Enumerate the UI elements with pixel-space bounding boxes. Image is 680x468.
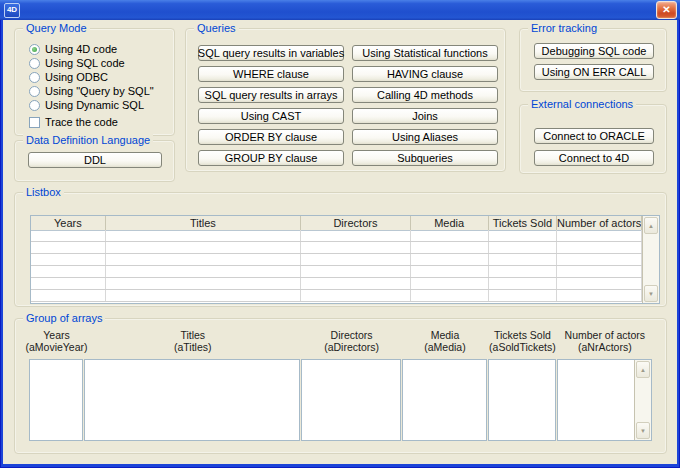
listbox-cell[interactable]	[411, 278, 489, 289]
scroll-down-icon[interactable]: ▼	[644, 285, 658, 302]
query-button[interactable]: SQL query results in variables	[198, 45, 344, 61]
listbox-row[interactable]	[31, 254, 642, 266]
query-button[interactable]: GROUP BY clause	[198, 150, 344, 166]
listbox-cell[interactable]	[489, 278, 558, 289]
close-button[interactable]: ✕	[656, 1, 677, 19]
query-button[interactable]: SQL query results in arrays	[198, 87, 344, 103]
radio-option-2[interactable]: Using SQL code	[29, 56, 174, 70]
query-button[interactable]: Calling 4D methods	[352, 87, 498, 103]
array-column-panel[interactable]	[402, 359, 487, 441]
listbox-cell[interactable]	[106, 242, 301, 253]
debugging-sql-code-button[interactable]: Debugging SQL code	[534, 43, 654, 59]
listbox-cell[interactable]	[301, 230, 411, 241]
listbox-table[interactable]: YearsTitlesDirectorsMediaTickets SoldNum…	[30, 215, 660, 304]
listbox-column-header[interactable]: Media	[411, 216, 489, 230]
radio-option-label: Using ODBC	[45, 71, 108, 83]
array-column-panel[interactable]: ▲▼	[557, 359, 652, 441]
listbox-column-header[interactable]: Years	[31, 216, 106, 230]
array-column-label: Media	[431, 329, 460, 341]
connect-to-oracle-button[interactable]: Connect to ORACLE	[534, 128, 654, 144]
radio-button-icon[interactable]	[29, 58, 40, 69]
listbox-cell[interactable]	[489, 266, 558, 277]
listbox-column-header[interactable]: Number of actors	[557, 216, 642, 230]
query-button[interactable]: Using Aliases	[352, 129, 498, 145]
radio-option-label: Using 4D code	[45, 43, 117, 55]
scroll-down-icon[interactable]: ▼	[636, 422, 650, 439]
listbox-cell[interactable]	[557, 230, 642, 241]
listbox-cell[interactable]	[31, 278, 106, 289]
using-on-err-call-button[interactable]: Using ON ERR CALL	[534, 64, 654, 80]
listbox-cell[interactable]	[411, 254, 489, 265]
listbox-cell[interactable]	[411, 230, 489, 241]
listbox-cell[interactable]	[557, 266, 642, 277]
listbox-column-header[interactable]: Tickets Sold	[489, 216, 558, 230]
array-column-label: Number of actors	[565, 329, 646, 341]
query-button[interactable]: Using Statistical functions	[352, 45, 498, 61]
query-button[interactable]: Joins	[352, 108, 498, 124]
radio-option-4[interactable]: Using "Query by SQL"	[29, 84, 174, 98]
listbox-cell[interactable]	[557, 242, 642, 253]
listbox-cell[interactable]	[489, 230, 558, 241]
query-button[interactable]: HAVING clause	[352, 66, 498, 82]
listbox-row[interactable]	[31, 290, 642, 302]
query-button[interactable]: Subqueries	[352, 150, 498, 166]
array-column-panel[interactable]	[488, 359, 556, 441]
checkbox-icon[interactable]	[29, 117, 40, 128]
listbox-cell[interactable]	[301, 278, 411, 289]
listbox-cell[interactable]	[411, 242, 489, 253]
listbox-cell[interactable]	[301, 290, 411, 301]
listbox-row[interactable]	[31, 242, 642, 254]
radio-option-3[interactable]: Using ODBC	[29, 70, 174, 84]
listbox-cell[interactable]	[31, 266, 106, 277]
array-variable-name: (aTitles)	[174, 341, 212, 353]
listbox-vertical-scrollbar[interactable]: ▲ ▼	[642, 216, 659, 303]
arrays-vertical-scrollbar[interactable]: ▲▼	[634, 360, 651, 440]
ddl-button[interactable]: DDL	[28, 152, 162, 168]
listbox-cell[interactable]	[301, 242, 411, 253]
listbox-cell[interactable]	[489, 254, 558, 265]
listbox-cell[interactable]	[411, 290, 489, 301]
radio-button-icon[interactable]	[29, 100, 40, 111]
scroll-up-icon[interactable]: ▲	[644, 217, 658, 234]
array-column-panel[interactable]	[84, 359, 301, 441]
client-area: Query Mode Using 4D codeUsing SQL codeUs…	[3, 20, 677, 464]
listbox-cell[interactable]	[106, 230, 301, 241]
listbox-cell[interactable]	[301, 266, 411, 277]
array-column-panel[interactable]	[301, 359, 400, 441]
error-tracking-group: Error tracking Debugging SQL codeUsing O…	[519, 28, 667, 92]
listbox-row[interactable]	[31, 230, 642, 242]
listbox-cell[interactable]	[106, 254, 301, 265]
array-variable-name: (aMovieYear)	[25, 341, 87, 353]
query-button[interactable]: WHERE clause	[198, 66, 344, 82]
listbox-cell[interactable]	[489, 290, 558, 301]
listbox-cell[interactable]	[557, 278, 642, 289]
listbox-cell[interactable]	[31, 242, 106, 253]
listbox-cell[interactable]	[106, 266, 301, 277]
radio-button-icon[interactable]	[29, 44, 40, 55]
radio-option-5[interactable]: Using Dynamic SQL	[29, 98, 174, 112]
radio-button-icon[interactable]	[29, 72, 40, 83]
connect-to-4d-button[interactable]: Connect to 4D	[534, 150, 654, 166]
listbox-cell[interactable]	[411, 266, 489, 277]
listbox-cell[interactable]	[489, 242, 558, 253]
scroll-up-icon[interactable]: ▲	[636, 361, 650, 378]
listbox-cell[interactable]	[31, 230, 106, 241]
listbox-cell[interactable]	[106, 290, 301, 301]
listbox-cell[interactable]	[557, 254, 642, 265]
listbox-row[interactable]	[31, 266, 642, 278]
listbox-cell[interactable]	[31, 290, 106, 301]
listbox-row[interactable]	[31, 278, 642, 290]
radio-button-icon[interactable]	[29, 86, 40, 97]
title-bar[interactable]: 4D ✕	[0, 0, 680, 20]
listbox-column-header[interactable]: Titles	[106, 216, 301, 230]
listbox-cell[interactable]	[557, 290, 642, 301]
query-button[interactable]: Using CAST	[198, 108, 344, 124]
array-column-panel[interactable]	[29, 359, 83, 441]
query-button[interactable]: ORDER BY clause	[198, 129, 344, 145]
listbox-cell[interactable]	[31, 254, 106, 265]
listbox-cell[interactable]	[106, 278, 301, 289]
listbox-column-header[interactable]: Directors	[301, 216, 411, 230]
listbox-cell[interactable]	[301, 254, 411, 265]
trace-the-code-checkbox[interactable]: Trace the code	[29, 115, 174, 129]
radio-option-1[interactable]: Using 4D code	[29, 42, 174, 56]
